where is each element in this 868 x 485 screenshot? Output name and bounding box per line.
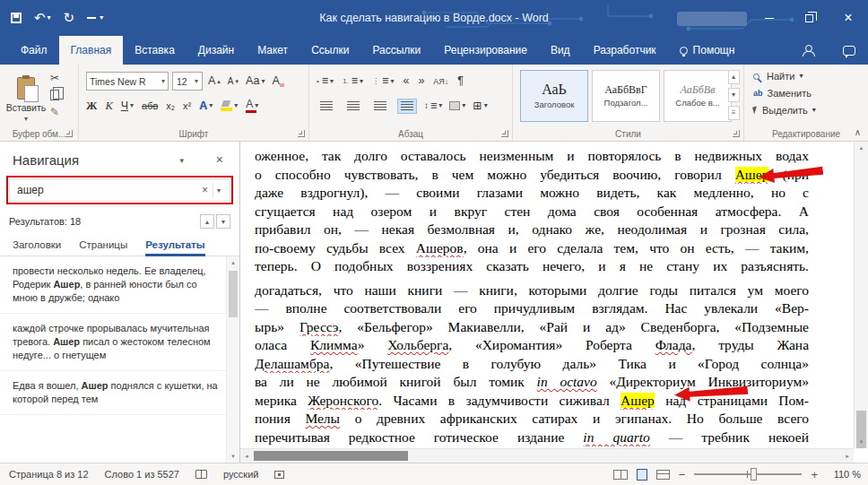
document-line[interactable]: — вполне соответствовали его причудливым…: [255, 299, 809, 318]
document-line[interactable]: сгущается над озером и вкруг стен дома с…: [255, 203, 809, 221]
scroll-up-icon[interactable]: ▴: [227, 256, 239, 269]
vertical-scrollbar[interactable]: ▴ ▾: [854, 142, 868, 448]
search-options-dropdown[interactable]: ▾: [213, 186, 224, 195]
line-spacing-button[interactable]: ↕≡▾: [424, 100, 442, 112]
cut-button[interactable]: ✂: [50, 72, 59, 84]
change-case-button[interactable]: Аа▾: [246, 75, 265, 87]
increase-indent-button[interactable]: »: [418, 75, 424, 87]
font-color-button[interactable]: А▾: [246, 99, 258, 113]
minimize-button[interactable]: [750, 0, 789, 36]
font-dialog-launcher[interactable]: [298, 130, 305, 137]
style-subtle-emphasis[interactable]: АаБбВв Слабое в...: [664, 70, 732, 122]
grow-font-button[interactable]: А▴: [208, 75, 221, 88]
styles-up-button[interactable]: ▴: [728, 70, 740, 84]
align-right-button[interactable]: [370, 99, 390, 114]
document-search-box[interactable]: × ▾: [9, 178, 230, 202]
document-line[interactable]: мерика Жеронского. Часами в задумчивости…: [255, 392, 809, 411]
tab-Рецензирование[interactable]: Рецензирование: [432, 36, 539, 65]
page-indicator[interactable]: Страница 8 из 12: [9, 469, 89, 480]
search-input[interactable]: [15, 183, 197, 197]
document-area[interactable]: оженное, так долго оставалось неизменным…: [240, 142, 868, 463]
tab-Разработчик[interactable]: Разработчик: [582, 36, 668, 65]
scrollbar-thumb[interactable]: [229, 271, 238, 317]
paragraph-dialog-launcher[interactable]: [501, 130, 508, 137]
scroll-down-icon[interactable]: ▾: [855, 436, 868, 448]
text-effects-button[interactable]: А▾: [199, 100, 213, 112]
scroll-up-icon[interactable]: ▴: [855, 142, 868, 154]
collapse-ribbon-button[interactable]: ∧: [855, 127, 861, 137]
italic-button[interactable]: К: [105, 100, 112, 112]
bold-button[interactable]: Ж: [86, 100, 97, 112]
print-layout-button[interactable]: [637, 469, 647, 481]
read-mode-button[interactable]: [613, 470, 628, 480]
horizontal-scrollbar[interactable]: ◂ ▸: [240, 448, 854, 463]
restore-button[interactable]: [789, 0, 829, 36]
zoom-in-button[interactable]: +: [811, 468, 818, 481]
sort-button[interactable]: АЯ↓: [433, 75, 448, 88]
macro-record-icon[interactable]: [274, 471, 284, 479]
tab-Файл[interactable]: Файл: [9, 36, 59, 65]
word-count[interactable]: Слово 1 из 5527: [105, 469, 179, 480]
align-left-button[interactable]: [317, 99, 336, 114]
navigation-close-button[interactable]: ×: [216, 152, 223, 167]
multilevel-list-button[interactable]: ⋮≡▾: [372, 75, 394, 88]
numbering-button[interactable]: 1.≡▾: [343, 75, 363, 88]
search-result-item[interactable]: Едва я вошел, Ашер поднялся с кушетки, н…: [0, 371, 226, 415]
document-line[interactable]: Делашамбра, «Путешествие в голубую даль»…: [255, 355, 809, 374]
clear-formatting-button[interactable]: А: [273, 75, 280, 87]
web-layout-button[interactable]: [656, 470, 670, 480]
results-scrollbar[interactable]: ▴ ▾: [226, 256, 239, 463]
next-result-button[interactable]: ▾: [216, 214, 230, 229]
styles-down-button[interactable]: ▾: [728, 88, 740, 102]
save-button[interactable]: [11, 13, 22, 23]
zoom-slider[interactable]: [694, 473, 802, 475]
text-highlight-button[interactable]: ▾: [221, 100, 238, 111]
document-line[interactable]: даже вздрогнул), — своими глазами можно …: [255, 184, 809, 203]
align-center-button[interactable]: [343, 99, 363, 114]
font-name-select[interactable]: Times New R ▾: [86, 72, 169, 91]
styles-more-button[interactable]: ≡: [728, 106, 740, 120]
tab-Рассылки[interactable]: Рассылки: [360, 36, 432, 65]
tab-Помощн[interactable]: Помощн: [668, 36, 747, 65]
document-line[interactable]: перечитывая редкостное готическое издани…: [255, 429, 809, 447]
strikethrough-button[interactable]: абв: [142, 101, 158, 111]
document-line[interactable]: пония Мелы о древних африканских сатирах…: [255, 410, 809, 429]
close-button[interactable]: ×: [829, 0, 868, 36]
zoom-level[interactable]: 110 %: [827, 469, 861, 480]
document-line[interactable]: по-своему судьбы всех Ашеров, она и его …: [255, 239, 809, 258]
bullets-button[interactable]: •≡▾: [317, 75, 334, 88]
search-result-item[interactable]: каждой строчке прорывалась мучительная т…: [0, 314, 226, 371]
styles-dialog-launcher[interactable]: [733, 130, 740, 137]
style-subheading[interactable]: АаБбВвГ Подзагол...: [592, 70, 660, 122]
nav-tab-Результаты[interactable]: Результаты: [145, 235, 204, 256]
show-marks-button[interactable]: ¶: [457, 75, 464, 87]
document-line[interactable]: теперь. О подобных воззрениях сказать не…: [255, 257, 809, 276]
tab-Дизайн[interactable]: Дизайн: [187, 36, 246, 65]
style-heading[interactable]: АаЬ Заголовок: [520, 70, 588, 122]
sign-in-icon[interactable]: [802, 45, 814, 56]
tab-Макет[interactable]: Макет: [246, 36, 299, 65]
justify-button[interactable]: [397, 99, 417, 114]
document-line[interactable]: оженное, так долго оставалось неизменным…: [255, 147, 809, 166]
borders-button[interactable]: ⊞▾: [473, 100, 488, 112]
document-line[interactable]: ырь» Грессэ, «Бельфегор» Макиавелли, «Ра…: [255, 318, 809, 337]
clear-search-icon[interactable]: ×: [197, 184, 213, 196]
qat-customize-button[interactable]: ▾: [87, 14, 103, 22]
font-size-select[interactable]: 12 ▾: [172, 72, 203, 91]
previous-result-button[interactable]: ▴: [200, 214, 214, 229]
tab-Вставка[interactable]: Вставка: [123, 36, 187, 65]
shading-button[interactable]: ▾: [449, 101, 465, 110]
clipboard-dialog-launcher[interactable]: [65, 130, 73, 137]
tab-Ссылки[interactable]: Ссылки: [299, 36, 360, 65]
zoom-handle[interactable]: [751, 468, 757, 481]
superscript-button[interactable]: х²: [183, 101, 191, 111]
document-line[interactable]: ва ли не любимой книгой был томик in oct…: [255, 373, 809, 392]
nav-tab-Страницы[interactable]: Страницы: [79, 235, 127, 256]
language-indicator[interactable]: русский: [223, 469, 258, 480]
find-button[interactable]: Найти▾: [753, 71, 816, 82]
underline-button[interactable]: Ч▾: [121, 100, 134, 112]
search-result-item[interactable]: провести несколько недель. Ее владелец, …: [0, 256, 226, 314]
decrease-indent-button[interactable]: «: [403, 75, 409, 87]
tab-Вид[interactable]: Вид: [539, 36, 582, 65]
document-text[interactable]: оженное, так долго оставалось неизменным…: [255, 147, 811, 446]
